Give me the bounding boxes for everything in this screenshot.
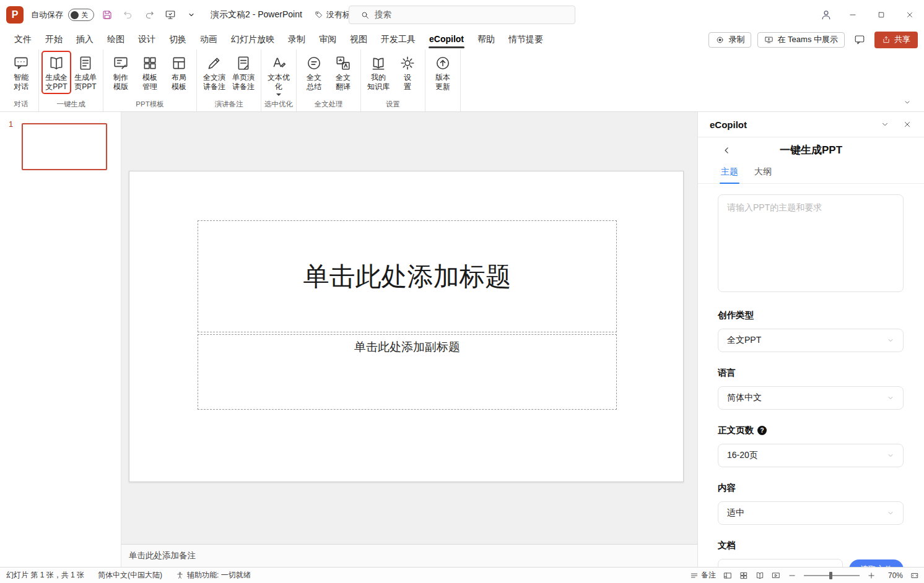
knowledge-base-button[interactable]: 我的 知识库	[364, 51, 393, 93]
template-manage-button[interactable]: 模板 管理	[136, 51, 164, 93]
notes-pane[interactable]: 单击此处添加备注	[121, 544, 697, 567]
fit-slide-button[interactable]	[910, 571, 919, 580]
panel-page-header: 一键生成PPT	[698, 137, 924, 163]
save-button[interactable]	[99, 7, 115, 23]
maximize-button[interactable]	[867, 0, 896, 30]
tab-home[interactable]: 开始	[38, 30, 69, 50]
full-summary-label: 全文 总结	[307, 73, 321, 92]
group-label-chat: 对话	[7, 98, 35, 111]
ribbon-group-settings: 我的 知识库 设 置 设置	[361, 50, 425, 111]
chat-bubble-icon	[13, 55, 29, 71]
share-button[interactable]: 共享	[874, 32, 918, 48]
tab-file[interactable]: 文件	[7, 30, 38, 50]
choose-file-button[interactable]: 选取文件	[849, 559, 904, 567]
subtitle-placeholder[interactable]: 单击此处添加副标题	[198, 334, 617, 410]
smart-chat-button[interactable]: 智能 对话	[7, 51, 35, 93]
tab-draw[interactable]: 绘图	[100, 30, 131, 50]
panel-close-button[interactable]	[901, 118, 913, 131]
version-update-button[interactable]: 版本 更新	[429, 51, 457, 93]
panel-tabs: 主题 大纲	[698, 163, 924, 184]
tab-help[interactable]: 帮助	[471, 30, 502, 50]
language-indicator[interactable]: 简体中文(中国大陆)	[98, 570, 162, 581]
zoom-slider[interactable]	[804, 575, 860, 576]
full-translate-button[interactable]: 全文 翻译	[329, 51, 357, 93]
comments-button[interactable]	[851, 32, 868, 48]
content-amount-select[interactable]: 适中	[718, 501, 904, 525]
tab-design[interactable]: 设计	[131, 30, 162, 50]
close-button[interactable]	[896, 0, 924, 30]
collapse-ribbon-button[interactable]	[900, 97, 914, 108]
settings-button[interactable]: 设 置	[393, 51, 422, 93]
slide-info-text: 幻灯片 第 1 张，共 1 张	[6, 570, 84, 581]
tab-insert[interactable]: 插入	[69, 30, 100, 50]
full-speech-notes-button[interactable]: 全文演 讲备注	[200, 51, 229, 93]
generate-single-ppt-button[interactable]: 生成单 页PPT	[71, 51, 100, 93]
reading-view-button[interactable]	[756, 571, 764, 580]
language-value: 简体中文	[727, 392, 762, 404]
autosave-toggle[interactable]: 关	[68, 9, 94, 21]
full-speech-notes-label: 全文演 讲备注	[203, 73, 225, 92]
chevron-down-icon	[903, 98, 912, 106]
slideshow-view-button[interactable]	[772, 571, 780, 580]
tab-slideshow[interactable]: 幻灯片放映	[224, 30, 281, 50]
present-in-teams-icon	[764, 35, 774, 45]
tab-transitions[interactable]: 切换	[162, 30, 193, 50]
panel-tab-outline[interactable]: 大纲	[754, 166, 772, 183]
zoom-slider-thumb[interactable]	[829, 572, 832, 579]
undo-button[interactable]	[120, 7, 136, 23]
tab-storyboard[interactable]: 情节提要	[502, 30, 550, 50]
present-in-teams-button[interactable]: 在 Teams 中展示	[757, 32, 845, 48]
creation-type-select[interactable]: 全文PPT	[718, 329, 904, 352]
generate-full-ppt-button[interactable]: 生成全 文PPT	[42, 51, 71, 93]
back-button[interactable]	[720, 144, 734, 157]
toggle-knob	[71, 11, 79, 19]
gear-icon	[399, 55, 416, 71]
chevron-down-icon	[887, 394, 894, 402]
slide-canvas[interactable]: 单击此处添加标题 单击此处添加副标题	[129, 171, 684, 482]
zoom-out-button[interactable]	[788, 571, 796, 580]
language-select[interactable]: 简体中文	[718, 386, 904, 410]
full-summary-button[interactable]: 全文 总结	[300, 51, 328, 93]
tab-developer[interactable]: 开发工具	[374, 30, 422, 50]
status-bar-right: 备注 70%	[690, 570, 919, 581]
pencil-icon	[206, 55, 222, 71]
reading-view-icon	[756, 571, 764, 580]
group-label-speaker-notes: 演讲备注	[200, 98, 258, 111]
account-button[interactable]	[814, 0, 839, 30]
record-button[interactable]: 录制	[708, 32, 751, 48]
redo-button[interactable]	[141, 7, 157, 23]
panel-collapse-button[interactable]	[879, 118, 891, 131]
help-icon[interactable]: ?	[757, 426, 767, 435]
tab-record[interactable]: 录制	[281, 30, 312, 50]
layout-template-button[interactable]: 布局 模板	[165, 51, 193, 93]
content-amount-label: 内容	[718, 482, 904, 494]
slideshow-from-start-button[interactable]	[162, 7, 178, 23]
page-count-select[interactable]: 16-20页	[718, 444, 904, 467]
normal-view-button[interactable]	[723, 571, 732, 580]
single-speech-notes-button[interactable]: 单页演 讲备注	[229, 51, 258, 93]
notes-toggle-button[interactable]: 备注	[690, 570, 716, 581]
search-box[interactable]: 搜索	[349, 6, 575, 24]
make-template-button[interactable]: 制作 模版	[107, 51, 135, 93]
accessibility-status[interactable]: 辅助功能: 一切就绪	[176, 570, 251, 581]
tab-review[interactable]: 审阅	[312, 30, 343, 50]
tab-view[interactable]: 视图	[343, 30, 374, 50]
zoom-level[interactable]: 70%	[883, 571, 903, 580]
tab-animations[interactable]: 动画	[193, 30, 224, 50]
text-optimize-button[interactable]: 文本优 化	[264, 51, 293, 98]
minimize-button[interactable]	[839, 0, 867, 30]
tab-ecopilot[interactable]: eCopilot	[422, 30, 471, 50]
panel-tab-theme[interactable]: 主题	[721, 166, 738, 183]
slide-info[interactable]: 幻灯片 第 1 张，共 1 张	[6, 570, 84, 581]
title-placeholder[interactable]: 单击此处添加标题	[198, 220, 617, 332]
zoom-in-button[interactable]	[867, 571, 876, 580]
slide-sorter-view-button[interactable]	[739, 571, 748, 580]
ribbon-group-update: 版本 更新	[425, 50, 461, 111]
topic-textarea[interactable]	[718, 194, 904, 292]
document-row: 选取文件	[718, 559, 904, 567]
powerpoint-logo-icon[interactable]: P	[6, 6, 24, 24]
content-amount-label-text: 内容	[718, 482, 736, 494]
quick-access-more-button[interactable]	[183, 7, 199, 23]
document-input[interactable]	[718, 559, 843, 567]
slide-thumbnail-1[interactable]	[22, 123, 107, 170]
